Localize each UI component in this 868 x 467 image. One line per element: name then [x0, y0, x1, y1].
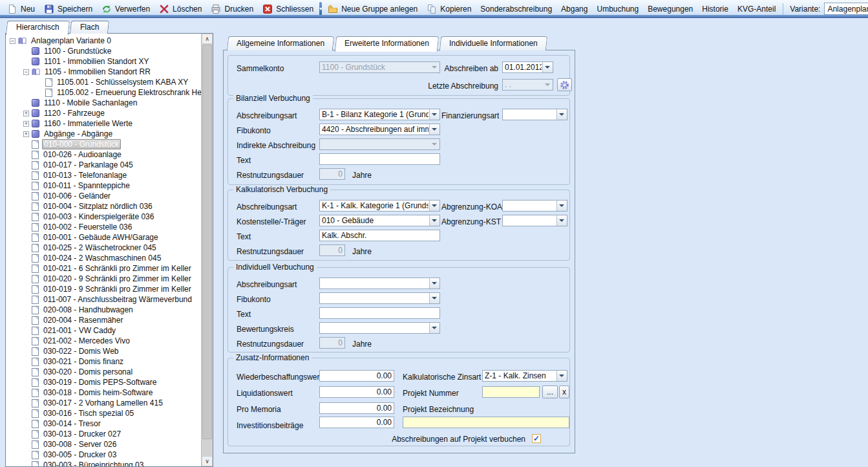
tab-erweiterte-informationen[interactable]: Erweiterte Informationen [335, 36, 439, 52]
kalk-text-input[interactable]: Kalk. Abschr. [319, 230, 440, 241]
tree-item[interactable]: 1101 - Immobilien Standort XY [6, 56, 202, 67]
tree-item[interactable]: 010-000 - Grundstück [6, 139, 202, 149]
tree-item[interactable]: +1160 - Immaterielle Werte [6, 118, 202, 129]
scroll-up-icon[interactable]: ∧ [202, 34, 213, 44]
tree-item[interactable]: 030-013 - Drucker 027 [6, 429, 202, 439]
tree-item[interactable]: 1105.002 - Erneuerung Elektroschrank Hei… [6, 87, 202, 98]
kopieren-button[interactable]: Kopieren [422, 2, 476, 16]
projekt-checkbox[interactable]: ✓ [532, 434, 541, 443]
bewertungskreis-select[interactable] [319, 322, 440, 334]
speichern-button[interactable]: Speichern [39, 2, 97, 16]
tree-item[interactable]: 010-003 - Kinderspielgeräte 036 [6, 212, 202, 222]
scrollbar-thumb[interactable] [202, 45, 212, 439]
tree-item[interactable]: 030-019 - Domis PEPS-Software [6, 377, 202, 387]
individuell-abschreibungsart-select[interactable] [319, 277, 440, 289]
tree-item[interactable]: 030-018 - Domis heim-Software [6, 387, 202, 398]
tree-item[interactable]: +Abgänge - Abgänge [6, 129, 202, 139]
variant-select[interactable]: Anlagenplan Variante 0 [824, 3, 868, 15]
tree-item[interactable]: 010-017 - Parkanlage 045 [6, 160, 202, 170]
pro-memoria-input[interactable]: 0.00 [319, 402, 394, 414]
tab-hierarchisch[interactable]: Hierarchisch [6, 21, 70, 35]
tree-scrollbar[interactable]: ∧ ∨ [201, 34, 213, 466]
wiederbeschaffungswert-input[interactable]: 0.00 [319, 370, 394, 382]
abgrenzung-kst-select[interactable] [502, 215, 567, 226]
finanzierungsart-select[interactable] [502, 109, 567, 120]
liquidationswert-input[interactable]: 0.00 [319, 386, 394, 398]
tree-item[interactable]: 030-021 - Domis finanz [6, 356, 202, 367]
individuell-text-input[interactable] [319, 307, 440, 319]
tree-item[interactable]: 010-021 - 6 Schränkli pro Zimmer im Kell… [6, 263, 202, 274]
bilanziell-fibukonto-select[interactable]: 4420 - Abschreibungen auf immobile [319, 124, 440, 135]
projekt-bezeichnung-input[interactable] [403, 417, 569, 428]
abschreiben-ab-datepicker[interactable]: 01.01.2012 [502, 61, 553, 73]
tree-item[interactable]: 010-001 - Gebäude AWH/Garage [6, 232, 202, 243]
tree-item[interactable]: 010-024 - 2 Waschmaschinen 045 [6, 253, 202, 263]
plus-expander-icon[interactable]: + [23, 121, 29, 127]
plus-expander-icon[interactable]: + [23, 131, 29, 137]
abgang-button[interactable]: Abgang [556, 3, 592, 16]
sonderabschreibung-button[interactable]: Sonderabschreibung [476, 3, 556, 16]
tree-item[interactable]: 010-025 - 2 Wäschetrockner 045 [6, 243, 202, 253]
projekt-nummer-input[interactable] [482, 386, 540, 398]
projekt-clear-button[interactable]: x [559, 386, 569, 398]
tree-item[interactable]: 1110 - Mobile Sachanlagen [6, 98, 202, 108]
tree-item[interactable]: +1120 - Fahrzeuge [6, 108, 202, 118]
löschen-button[interactable]: Löschen [154, 2, 206, 16]
toolbar-overflow-button[interactable]: ▾ [319, 2, 322, 16]
tree-item[interactable]: 1100 - Grundstücke [6, 46, 202, 56]
tab-allgemeine-informationen[interactable]: Allgemeine Informationen [227, 36, 334, 50]
tree-item[interactable]: 020-008 - Handhubwagen [6, 305, 202, 315]
tree-item[interactable]: 030-017 - 2 Vorhang Lamellen 415 [6, 398, 202, 408]
tree-item[interactable]: 030-022 - Domis Web [6, 346, 202, 356]
scroll-down-icon[interactable]: ∨ [202, 456, 213, 466]
delete-icon [159, 4, 169, 14]
tree-item[interactable]: 030-008 - Server 026 [6, 439, 202, 450]
kalk-abschreibungsart-select[interactable]: K-1 - Kalk. Kategorie 1 (Grundstücke [319, 200, 440, 212]
kostenstelle-select[interactable]: 010 - Gebäude [319, 215, 440, 226]
drucken-button[interactable]: Drucken [206, 2, 258, 16]
page-icon [32, 347, 39, 356]
bewegungen-button[interactable]: Bewegungen [643, 3, 697, 16]
tree-item[interactable]: 030-016 - Tisch spezial 05 [6, 408, 202, 418]
tree-item[interactable]: 030-014 - Tresor [6, 418, 202, 429]
tree-item[interactable]: −1105 - Immobilien Standort RR [6, 67, 202, 77]
tree-item[interactable]: 030-005 - Drucker 03 [6, 450, 202, 460]
neue-gruppe-anlegen-button[interactable]: Neue Gruppe anlegen [323, 2, 422, 16]
tree-item[interactable]: 021-001 - VW Caddy [6, 325, 202, 336]
umbuchung-button[interactable]: Umbuchung [592, 3, 643, 16]
historie-button[interactable]: Historie [697, 3, 733, 16]
tree-item[interactable]: 010-006 - Geländer [6, 191, 202, 201]
kvg-anteil-button[interactable]: KVG-Anteil [733, 3, 780, 16]
plus-expander-icon[interactable]: + [23, 111, 29, 116]
verwerfen-button[interactable]: Verwerfen [97, 2, 154, 16]
tree-item[interactable]: −Anlagenplan Variante 0 [6, 36, 202, 46]
schliessen-button[interactable]: Schliessen [258, 2, 318, 16]
tree-item[interactable]: 030-003 - Büroeinrichtung 03 [6, 460, 202, 466]
recalculate-button[interactable] [557, 78, 572, 91]
zinsart-select[interactable]: Z-1 - Kalk. Zinsen [482, 370, 567, 382]
tab-flach[interactable]: Flach [70, 21, 109, 34]
minus-expander-icon[interactable]: − [23, 69, 29, 75]
projekt-browse-button[interactable]: ... [542, 386, 558, 398]
page-icon [32, 389, 39, 397]
tab-individuelle-informationen[interactable]: Individuelle Informationen [439, 36, 547, 50]
tree-item[interactable]: 010-013 - Telefonanlage [6, 170, 202, 180]
investitionsbeitraege-input[interactable]: 0.00 [319, 417, 394, 428]
tree-item[interactable]: 010-011 - Spannteppiche [6, 180, 202, 191]
tree-item[interactable]: 010-019 - 9 Schränkli pro Zimmer im Kell… [6, 284, 202, 294]
tree-item[interactable]: 020-004 - Rasenmäher [6, 315, 202, 325]
bilanziell-text-input[interactable] [319, 153, 440, 165]
tree-item[interactable]: 010-004 - Sitzplatz nördlich 036 [6, 201, 202, 212]
tree-item[interactable]: 010-002 - Feuerstelle 036 [6, 222, 202, 232]
tree-item[interactable]: 021-002 - Mercedes Vivo [6, 336, 202, 346]
neu-button[interactable]: Neu [3, 2, 39, 16]
tree-item[interactable]: 1105.001 - Schlüsselsystem KABA XY [6, 77, 202, 87]
individuell-fibukonto-select[interactable] [319, 292, 440, 304]
tree-item[interactable]: 010-026 - Audioanlage [6, 149, 202, 160]
bilanziell-abschreibungsart-select[interactable]: B-1 - Bilanz Kategorie 1 (Grundstück [319, 109, 440, 120]
minus-expander-icon[interactable]: − [10, 38, 16, 44]
tree-item[interactable]: 010-020 - 9 Schränkli pro Zimmer im Kell… [6, 274, 202, 284]
tree-item[interactable]: 011-007 - Anschlussbeitrag Wärmeverbund [6, 294, 202, 305]
abgrenzung-koa-select[interactable] [502, 200, 567, 212]
tree-item[interactable]: 030-020 - Domis personal [6, 367, 202, 377]
